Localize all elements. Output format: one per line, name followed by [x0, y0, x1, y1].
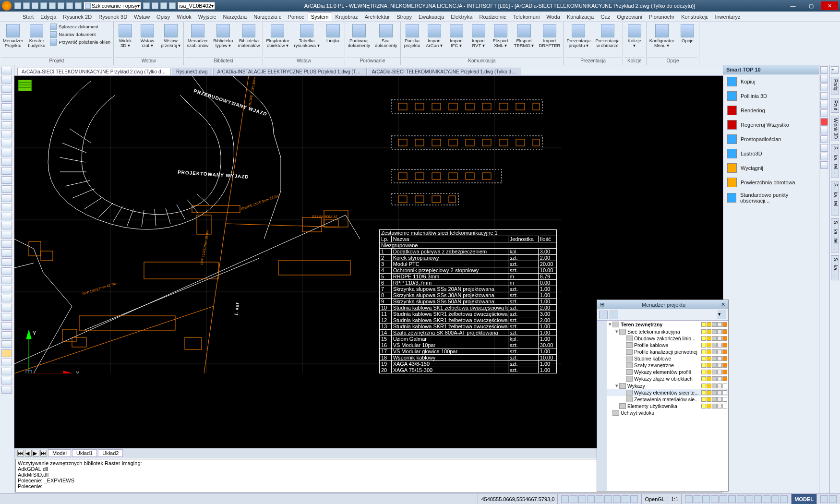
tool-icon[interactable]	[1, 158, 12, 166]
tree-row[interactable]: Wykazy złącz w obiektach	[607, 375, 728, 382]
tool-icon[interactable]	[1, 185, 12, 193]
freeze-icon[interactable]	[707, 404, 711, 408]
tree-row[interactable]: Profile kablowe	[607, 342, 728, 348]
close-button[interactable]: ✕	[821, 1, 838, 10]
status-icon[interactable]	[630, 495, 638, 503]
visibility-icon[interactable]	[701, 349, 706, 354]
color-swatch[interactable]	[722, 404, 727, 408]
menu-tab[interactable]: Konstrukcjε	[678, 12, 711, 21]
lock-icon[interactable]	[712, 390, 717, 395]
visibility-icon[interactable]	[701, 370, 706, 374]
qat-icon[interactable]	[14, 2, 21, 9]
smart-top-item[interactable]: Prostopadłościan	[723, 132, 819, 146]
tree-row[interactable]: Obudowy zakończeń linio...	[607, 335, 728, 342]
menu-tab[interactable]: Stropy	[393, 12, 415, 21]
status-icon[interactable]	[604, 495, 612, 503]
lock-icon[interactable]	[712, 356, 717, 361]
ribbon-button[interactable]: Kolizje▾	[624, 23, 645, 49]
status-icon[interactable]	[570, 495, 577, 503]
ribbon-button[interactable]: Prezentacjaprojektu ▾	[564, 23, 592, 49]
print-icon[interactable]	[717, 343, 722, 348]
pmgr-vtab[interactable]: Projekt	[598, 325, 603, 340]
ribbon-button[interactable]: Porównajdokumenty	[346, 23, 372, 49]
tool-icon[interactable]	[1, 304, 12, 312]
tree-row[interactable]: Wykazy elementów sieci te...	[607, 389, 728, 396]
menu-tab[interactable]: Wstaw	[131, 12, 153, 21]
status-icon[interactable]	[694, 495, 701, 503]
color-swatch[interactable]	[722, 336, 727, 341]
ribbon-button[interactable]: Bibliotekatypów ▾	[211, 23, 235, 49]
tool-icon[interactable]	[1, 231, 12, 239]
layout-last-button[interactable]: ⏭	[40, 450, 47, 456]
pmgr-tool-icon[interactable]	[599, 311, 608, 319]
menu-tab[interactable]: Narzędzia ε	[250, 12, 284, 21]
ribbon-button[interactable]: Linijka	[323, 23, 344, 44]
tree-row[interactable]: Elementy użytkownika	[607, 403, 728, 409]
pmgr-close-icon[interactable]: ✕	[721, 301, 725, 308]
tool-icon[interactable]	[1, 377, 12, 384]
tool-icon[interactable]	[1, 176, 12, 184]
ribbon-button[interactable]: Eksploratorobiektów ▾	[264, 23, 291, 49]
tree-row[interactable]: ▾Sieć telekomunikacyjna	[607, 328, 728, 335]
print-icon[interactable]	[717, 363, 722, 368]
qat-icon[interactable]	[160, 2, 167, 9]
layout-tab[interactable]: Układ1	[72, 449, 97, 457]
color-swatch[interactable]	[722, 390, 727, 395]
tool-icon[interactable]	[820, 153, 828, 160]
menu-tab[interactable]: Rysunek 2D	[60, 12, 95, 21]
tool-icon[interactable]	[820, 127, 828, 134]
ribbon-button[interactable]: KonfiguratorMenu ▾	[648, 23, 676, 49]
tool-icon[interactable]	[820, 92, 828, 100]
tool-icon[interactable]	[1, 121, 12, 129]
print-icon[interactable]	[717, 390, 722, 395]
status-icon[interactable]	[728, 495, 736, 503]
print-icon[interactable]	[717, 329, 722, 334]
qat-icon[interactable]	[66, 2, 73, 9]
status-icon[interactable]	[780, 495, 788, 503]
color-swatch[interactable]	[722, 363, 727, 368]
smart-top-item[interactable]: Standardowe punkty obserwacji...	[723, 190, 819, 206]
tool-icon[interactable]	[1, 322, 12, 330]
right-vtab[interactable]: S... ka.. tel. ...	[831, 218, 839, 252]
lock-icon[interactable]	[712, 363, 717, 368]
tool-icon[interactable]	[1, 76, 12, 84]
add-tab-icon[interactable]: +	[831, 66, 839, 74]
tree-row[interactable]: Studnie kablowe	[607, 355, 728, 362]
view-cube-icon[interactable]	[18, 80, 32, 91]
menu-tab[interactable]: Krajobraz	[332, 12, 361, 21]
visibility-icon[interactable]	[701, 363, 706, 368]
pmgr-filter-icon[interactable]: ▾	[718, 311, 726, 319]
document-tab[interactable]: ArCADia-SIECI TELEKOMUNIKACYJNE Przykład…	[17, 68, 171, 75]
freeze-icon[interactable]	[707, 376, 711, 381]
visibility-icon[interactable]	[701, 376, 706, 381]
qat-icon[interactable]	[152, 2, 158, 9]
tool-icon[interactable]	[1, 103, 12, 111]
tool-icon[interactable]	[1, 368, 12, 375]
pmgr-tool-icon[interactable]	[610, 311, 618, 319]
qat-icon[interactable]	[58, 2, 64, 9]
status-ratio[interactable]: 1:1	[668, 494, 681, 504]
status-icon[interactable]	[829, 495, 837, 503]
layout-first-button[interactable]: ⏮	[17, 450, 24, 456]
tool-icon[interactable]	[1, 258, 12, 266]
freeze-icon[interactable]	[707, 356, 711, 361]
tool-icon[interactable]	[820, 101, 828, 108]
ribbon-button[interactable]: Opcje	[677, 23, 698, 44]
project-manager-panel[interactable]: ⊞Menadżer projektu✕ ▾ Projekt ▾Teren zew…	[597, 300, 729, 492]
tool-icon[interactable]	[1, 340, 12, 348]
tool-icon[interactable]	[1, 222, 12, 229]
tree-row[interactable]: Szafy zewnętrzne	[607, 362, 728, 369]
visibility-icon[interactable]	[701, 329, 706, 334]
right-vtab[interactable]: Rzut	[831, 98, 839, 113]
ribbon-button[interactable]: Prezentacjaw chmurze	[594, 23, 622, 49]
ribbon-button[interactable]: Tabelkarysunkowa ▾	[292, 23, 322, 49]
tree-row[interactable]: Zestawienia materiałów sie...	[607, 396, 728, 403]
ribbon-button[interactable]: MenadżerProjektu	[1, 23, 25, 49]
lock-icon[interactable]	[712, 397, 717, 402]
freeze-icon[interactable]	[707, 343, 711, 348]
status-icon[interactable]	[685, 495, 693, 503]
color-swatch[interactable]	[722, 384, 727, 388]
ribbon-button[interactable]: Widok3D ▾	[115, 23, 136, 49]
tool-icon[interactable]	[1, 286, 12, 293]
color-swatch[interactable]	[722, 356, 727, 361]
